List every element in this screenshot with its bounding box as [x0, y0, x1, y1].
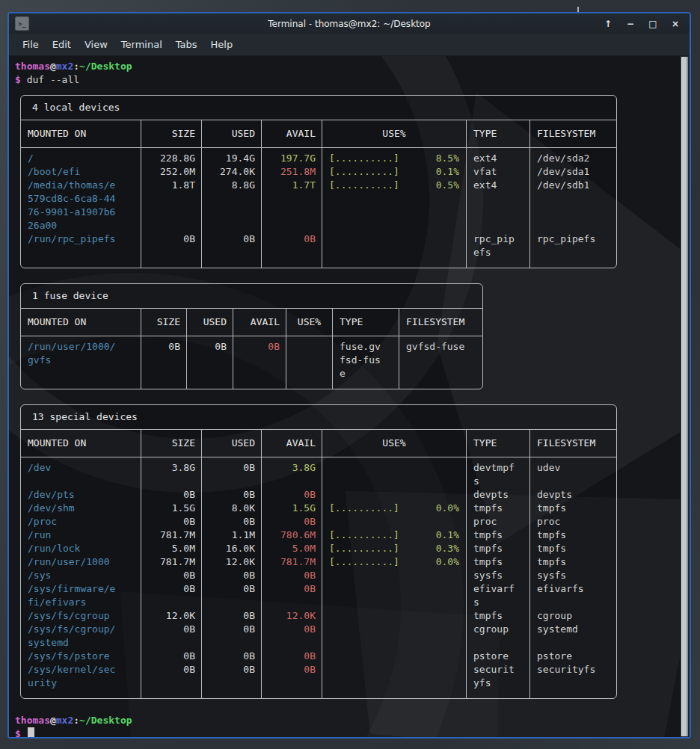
- cell-used: 0B: [201, 609, 261, 623]
- maximize-button[interactable]: □: [645, 17, 661, 31]
- command-line: $ duf --all: [15, 73, 672, 87]
- scrollbar-track[interactable]: [680, 56, 690, 737]
- prompt-user: thomas: [15, 715, 50, 726]
- table-row: /sys/firmware/e fi/efivars0B0B0Befivarf …: [21, 582, 616, 609]
- shade-button[interactable]: ↑: [600, 17, 616, 31]
- cell-avail: 0B: [233, 336, 286, 389]
- cell-filesystem: pstore: [529, 650, 616, 663]
- table-row: /sys0B0B0Bsysfssysfs: [21, 569, 616, 582]
- cell-filesystem: sysfs: [529, 569, 616, 582]
- cell-avail: 0B: [261, 663, 322, 698]
- cell-used: 274.0K: [201, 165, 261, 179]
- cell-size: 228.8G: [141, 148, 201, 165]
- cell-use-percent: [..........]0.1%: [322, 528, 466, 542]
- table-row: /sys/fs/cgroup12.0K0B12.0Ktmpfscgroup: [21, 609, 616, 623]
- terminal-cursor[interactable]: [28, 727, 34, 737]
- menu-item-view[interactable]: View: [79, 37, 114, 52]
- cell-filesystem: efivarfs: [529, 582, 616, 609]
- cell-mounted-on: /dev/shm: [21, 502, 141, 515]
- menu-item-terminal[interactable]: Terminal: [115, 37, 168, 52]
- column-header-mounted-on: MOUNTED ON: [21, 120, 141, 148]
- use-pct: 0.5%: [436, 179, 459, 192]
- prompt-cwd: ~/Desktop: [79, 715, 132, 726]
- cell-avail: 0B: [261, 623, 322, 650]
- cell-size: 5.0M: [141, 542, 201, 555]
- menu-item-edit[interactable]: Edit: [46, 37, 77, 52]
- cell-type: tmpfs: [466, 502, 529, 515]
- cell-mounted-on: /sys/fs/pstore: [21, 650, 141, 663]
- table-row: /run/user/1000781.7M12.0K781.7M[........…: [21, 555, 616, 569]
- use-bar: [..........]: [329, 555, 399, 569]
- cell-mounted-on: /run: [21, 528, 141, 542]
- prompt-symbol: $: [15, 728, 21, 737]
- menu-item-file[interactable]: File: [16, 37, 45, 52]
- cell-size: 0B: [141, 488, 201, 502]
- cell-mounted-on: /run/user/1000: [21, 555, 141, 569]
- use-bar: [..........]: [329, 502, 399, 515]
- column-header-size: SIZE: [141, 430, 201, 457]
- table-row: /dev/shm1.5G8.0K1.5G[..........]0.0%tmpf…: [21, 502, 616, 515]
- cell-use-percent: [..........]0.1%: [322, 165, 466, 179]
- table-row: /dev3.8G0B3.8Gdevtmpf sudev: [21, 457, 616, 488]
- column-header-used: USED: [186, 309, 233, 336]
- prompt-colon: :: [73, 715, 79, 726]
- column-header-use-percent: USE%: [322, 430, 466, 457]
- cell-use-percent: [322, 457, 466, 488]
- cell-used: 1.1M: [201, 528, 261, 542]
- scrollbar-thumb[interactable]: [681, 57, 688, 736]
- cell-avail: 251.8M: [261, 165, 322, 179]
- table-row: /dev/pts0B0B0Bdevptsdevpts: [21, 488, 616, 502]
- cell-avail: 780.6M: [261, 528, 322, 542]
- cell-filesystem: tmpfs: [529, 528, 616, 542]
- cell-used: 0B: [201, 582, 261, 609]
- menu-item-help[interactable]: Help: [205, 37, 239, 52]
- title-bar[interactable]: >_ Terminal - thomas@mx2: ~/Desktop ↑ − …: [9, 13, 690, 34]
- cell-mounted-on: /run/rpc_pipefs: [21, 232, 141, 268]
- table-row: /proc0B0B0Bprocproc: [21, 515, 616, 528]
- cell-used: 0B: [186, 336, 233, 389]
- cell-used: 0B: [201, 515, 261, 528]
- table-title: 13 special devices: [21, 405, 616, 430]
- cell-avail: 197.7G: [261, 148, 322, 165]
- menu-item-tabs[interactable]: Tabs: [170, 37, 203, 52]
- cell-type: ext4: [466, 179, 529, 232]
- close-button[interactable]: ×: [667, 17, 684, 31]
- column-header-size: SIZE: [141, 120, 201, 148]
- cell-avail: 12.0K: [261, 609, 322, 623]
- cell-size: 0B: [141, 515, 201, 528]
- cell-used: 0B: [201, 623, 261, 650]
- use-bar: [..........]: [329, 528, 399, 542]
- cell-type: ext4: [466, 148, 529, 165]
- cell-used: 0B: [201, 650, 261, 663]
- table-row: /run/rpc_pipefs0B0B0Brpc_pip efsrpc_pipe…: [21, 232, 616, 268]
- cell-size: 1.8T: [141, 179, 201, 232]
- cell-size: 0B: [141, 336, 186, 389]
- cell-avail: 1.5G: [261, 502, 322, 515]
- cell-mounted-on: /run/user/1000/ gvfs: [21, 336, 141, 389]
- terminal-window: >_ Terminal - thomas@mx2: ~/Desktop ↑ − …: [7, 12, 691, 739]
- cell-use-percent: [322, 569, 466, 582]
- cell-size: 0B: [141, 582, 201, 609]
- cell-avail: 0B: [261, 582, 322, 609]
- minimize-button[interactable]: −: [622, 17, 639, 31]
- table-row: /run/lock5.0M16.0K5.0M[..........]0.3%tm…: [21, 542, 616, 555]
- use-bar: [..........]: [329, 542, 399, 555]
- column-header-size: SIZE: [141, 309, 186, 336]
- cell-use-percent: [322, 609, 466, 623]
- cell-size: 781.7M: [141, 555, 201, 569]
- local-devices-table: 4 local devicesMOUNTED ONSIZEUSEDAVAILUS…: [20, 95, 617, 268]
- cell-used: 0B: [201, 488, 261, 502]
- table-header-row: MOUNTED ONSIZEUSEDAVAILUSE%TYPEFILESYSTE…: [21, 120, 616, 148]
- use-pct: 0.0%: [436, 555, 459, 569]
- cell-filesystem: securityfs: [529, 663, 616, 698]
- column-header-mounted-on: MOUNTED ON: [21, 309, 141, 336]
- prompt-symbol: $: [15, 74, 21, 85]
- cell-type: tmpfs: [466, 528, 529, 542]
- column-header-filesystem: FILESYSTEM: [399, 309, 482, 336]
- cell-type: cgroup: [466, 623, 529, 650]
- terminal-screen[interactable]: thomas@mx2:~/Desktop $ duf --all 4 local…: [9, 56, 690, 737]
- cell-used: 0B: [201, 232, 261, 268]
- cell-avail: 1.7T: [261, 179, 322, 232]
- cell-mounted-on: /sys: [21, 569, 141, 582]
- table-row: /boot/efi252.0M274.0K251.8M[..........]0…: [21, 165, 616, 179]
